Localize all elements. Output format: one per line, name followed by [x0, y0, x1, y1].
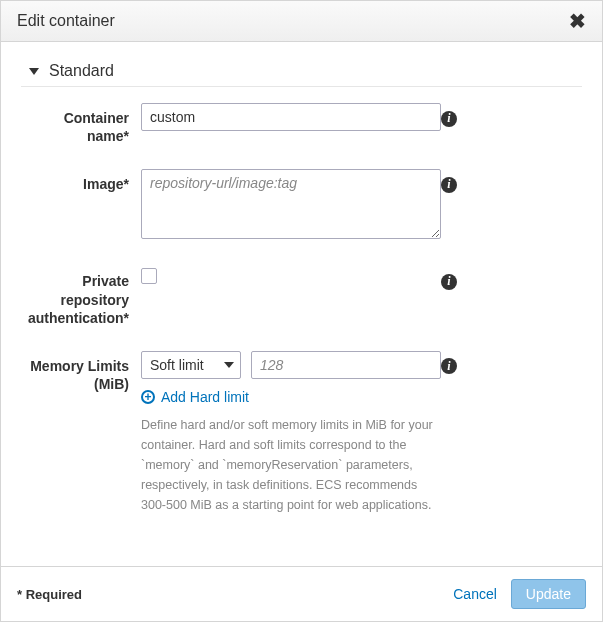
add-hard-limit-label: Add Hard limit	[161, 389, 249, 405]
section-header-standard[interactable]: Standard	[21, 62, 582, 87]
row-image: Image* i	[21, 169, 582, 242]
info-icon[interactable]: i	[441, 177, 457, 193]
image-textarea[interactable]	[141, 169, 441, 239]
plus-circle-icon: +	[141, 390, 155, 404]
row-container-name: Container name* i	[21, 103, 582, 145]
dialog-footer: * Required Cancel Update	[1, 566, 602, 621]
memory-limit-type-value: Soft limit	[150, 357, 204, 373]
update-button[interactable]: Update	[511, 579, 586, 609]
dialog-body: Standard Container name* i Image* i Priv…	[1, 42, 602, 566]
memory-limit-type-select[interactable]: Soft limit	[141, 351, 241, 379]
add-hard-limit-link[interactable]: + Add Hard limit	[141, 389, 441, 405]
label-container-name: Container name*	[21, 103, 141, 145]
private-repo-checkbox[interactable]	[141, 268, 157, 284]
cancel-button[interactable]: Cancel	[453, 586, 497, 602]
label-private-repo: Private repository authentication*	[21, 266, 141, 327]
caret-down-icon	[29, 68, 39, 75]
info-icon[interactable]: i	[441, 111, 457, 127]
info-icon[interactable]: i	[441, 274, 457, 290]
close-icon[interactable]: ✖	[569, 11, 586, 31]
container-name-input[interactable]	[141, 103, 441, 131]
row-memory-limits: Memory Limits (MiB) Soft limit + Add Har…	[21, 351, 582, 515]
chevron-down-icon	[224, 362, 234, 368]
row-private-repo: Private repository authentication* i	[21, 266, 582, 327]
edit-container-dialog: Edit container ✖ Standard Container name…	[1, 1, 602, 621]
label-image: Image*	[21, 169, 141, 193]
info-icon[interactable]: i	[441, 358, 457, 374]
required-footnote: * Required	[17, 587, 82, 602]
dialog-header: Edit container ✖	[1, 1, 602, 42]
memory-limit-value-input[interactable]	[251, 351, 441, 379]
label-memory-limits: Memory Limits (MiB)	[21, 351, 141, 393]
section-title: Standard	[49, 62, 114, 80]
memory-help-text: Define hard and/or soft memory limits in…	[141, 415, 441, 515]
footer-actions: Cancel Update	[453, 579, 586, 609]
dialog-title: Edit container	[17, 12, 115, 30]
